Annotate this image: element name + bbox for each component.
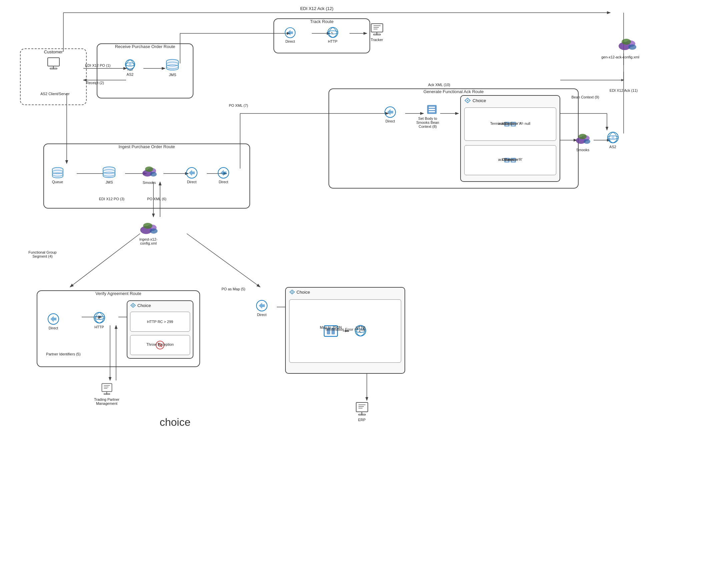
ack-xml-10-label: Ack XML (10)	[400, 83, 450, 87]
smooks-ingest-label: Smooks	[143, 180, 156, 184]
queue-label: Queue	[52, 180, 63, 184]
jms-receive-icon: JMS	[163, 58, 182, 77]
svg-point-104	[150, 228, 158, 233]
svg-point-85	[584, 139, 590, 144]
svg-line-26	[70, 233, 140, 287]
svg-rect-67	[429, 111, 435, 112]
po-as-map-label: PO as Map (5)	[214, 287, 253, 291]
direct-set-body-icon: Direct	[382, 105, 399, 123]
edi-ack-top-label: EDI X12 Ack (12)	[267, 6, 367, 11]
receive-po-route-label: Receive Purchase Order Route	[100, 44, 190, 49]
trading-partner-icon: Trading Partner Management	[94, 382, 120, 406]
as2-client-server-label: AS2 Client/Server	[22, 92, 89, 96]
trading-partner-mgmt-label: Trading Partner Management	[94, 397, 120, 406]
as2-right-icon: AS2	[604, 130, 622, 150]
direct-2-icon: Direct	[215, 165, 232, 185]
choice-verify-header: Choice	[130, 303, 151, 308]
po-xml-7-label: PO XML (7)	[222, 103, 255, 107]
gen-x12-smooks-icon: gen-x12-ack-config.xml	[613, 33, 640, 60]
jms-ingest-icon: JMS	[100, 165, 118, 185]
http-rc-box: HTTP RC > 299	[130, 312, 190, 332]
po-xml-6-label: PO XML (6)	[140, 197, 173, 201]
tracker-label: Tracker	[371, 38, 383, 42]
choice-gen-ack-box: Choice Termination Error == null ackStat…	[460, 95, 560, 182]
direct-set-label: Direct	[386, 119, 395, 123]
choice-gen-ack-header: Choice	[464, 98, 486, 103]
ingest-x12-config-label: ingest-x12-config.xml	[132, 237, 165, 245]
svg-line-31	[187, 233, 260, 287]
direct-2-label: Direct	[219, 180, 228, 184]
choice-2-box: Choice Termination Error == null Map to …	[285, 287, 405, 374]
svg-point-97	[145, 166, 153, 172]
svg-rect-65	[429, 106, 435, 108]
svg-point-103	[143, 223, 152, 229]
direct-verify-icon: Direct	[45, 312, 62, 330]
choice-otherwise-box: Otherwise ackStatus = 'R'	[464, 145, 556, 175]
direct-verify-label: Direct	[49, 326, 58, 330]
direct-track-icon: Direct	[282, 27, 298, 43]
svg-rect-131	[356, 403, 368, 412]
svg-rect-114	[102, 383, 112, 391]
direct-choice2-icon: Direct	[253, 299, 270, 317]
svg-point-62	[628, 44, 636, 50]
throw-exception-label: Throw Exception	[146, 342, 174, 346]
partner-identifiers-label: Partner Identifiers (5)	[38, 352, 89, 356]
direct-track-label: Direct	[286, 39, 295, 43]
generate-func-ack-route-label: Generate Functional Ack Route	[332, 89, 575, 94]
svg-point-88	[611, 136, 614, 139]
set-body-icon: Set Body to Smooks Bean Context (8)	[418, 103, 445, 128]
svg-point-61	[622, 39, 631, 45]
direct-choice2-label: Direct	[257, 313, 267, 317]
set-body-label: Set Body to Smooks Bean Context (8)	[408, 116, 448, 128]
throw-exception-box: Throw Exception	[130, 335, 190, 355]
direct-1-label: Direct	[187, 180, 197, 184]
edi-po-3-label: EDI X12 PO (3)	[90, 197, 133, 201]
choice2-term-null-box: Termination Error == null Map to JSON	[289, 299, 401, 363]
smooks-ingest-icon: Smooks	[138, 163, 160, 184]
verify-agreement-route-label: Verify Agreement Route	[40, 291, 197, 296]
erp-label: ERP	[358, 418, 366, 422]
tracker-icon: Tracker	[367, 22, 387, 42]
erp-icon: ERP	[352, 400, 372, 422]
smooks-right-icon: Smooks	[572, 130, 594, 152]
functional-group-label: Functional Group Segment (4)	[17, 250, 68, 258]
http-track-label: HTTP	[328, 39, 338, 43]
map-to-json-label: Map to JSON	[320, 325, 342, 329]
ack-status-r-label: ackStatus = 'R'	[498, 158, 523, 162]
choice-verify-box: Choice HTTP RC > 299 Throw Exception	[127, 300, 193, 359]
bean-context-9-label: Bean Context (9)	[567, 95, 604, 99]
choice-term-error-null-box: Termination Error == null ackStatus = 'A…	[464, 107, 556, 141]
http-erp-label: HTTP	[356, 326, 365, 330]
http-verify-icon: ↖ HTTP	[90, 310, 108, 330]
direct-1-icon: Direct	[183, 165, 200, 185]
smooks-right-label: Smooks	[576, 148, 590, 152]
gen-x12-config-label: gen-x12-ack-config.xml	[597, 55, 644, 59]
http-track-icon: ↖ HTTP	[324, 27, 342, 43]
customer-label: Customer	[37, 49, 70, 54]
queue-icon: Queue	[48, 165, 67, 185]
jms-ingest-label: JMS	[106, 180, 113, 184]
http-rc-label: HTTP RC > 299	[147, 320, 173, 324]
svg-point-98	[150, 172, 157, 176]
choice-2-header: Choice	[289, 289, 310, 295]
svg-text:↖: ↖	[98, 316, 101, 321]
as2-right-label: AS2	[609, 145, 616, 149]
choice-bottom-label: choice	[128, 416, 222, 428]
svg-point-44	[129, 63, 131, 66]
as2-receive-icon: AS2 AS2	[122, 58, 138, 77]
ingest-po-route-label: Ingest Purchase Order Route	[47, 144, 247, 149]
edi-ack-11-label: EDI X12 Ack (11)	[600, 89, 647, 93]
svg-rect-53	[371, 24, 383, 32]
svg-text:AS2: AS2	[127, 68, 133, 71]
svg-rect-66	[429, 109, 435, 110]
svg-point-84	[579, 134, 587, 139]
customer-computer-icon	[43, 55, 63, 72]
as2-receive-label: AS2	[127, 72, 134, 76]
http-verify-label: HTTP	[95, 325, 104, 329]
svg-text:↖: ↖	[331, 31, 334, 35]
jms-receive-label: JMS	[169, 73, 176, 77]
track-route-label: Track Route	[277, 19, 367, 24]
ack-status-a-label: ackStatus = 'A'	[498, 121, 522, 125]
ingest-x12-smooks-icon: ingest-x12-config.xml	[132, 219, 165, 245]
svg-rect-39	[48, 58, 59, 66]
